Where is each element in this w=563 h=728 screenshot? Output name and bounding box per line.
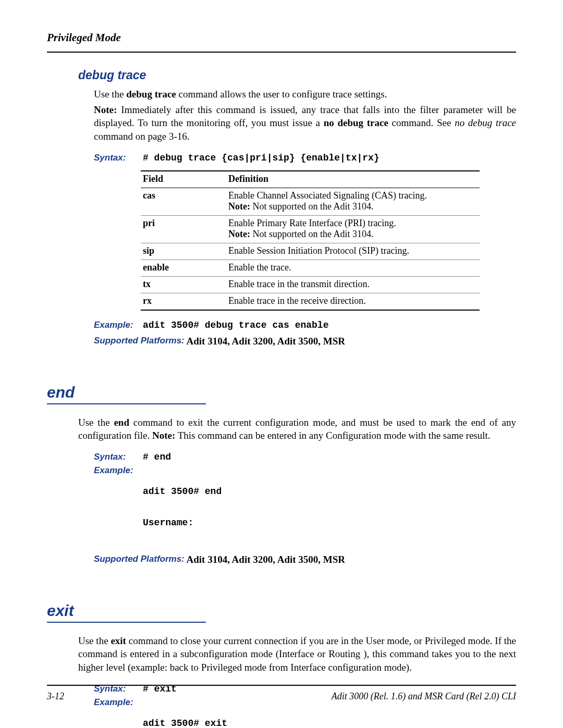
note-text: Not supported on the Adit 3104. — [250, 229, 374, 239]
syntax-row: Syntax: # debug trace {cas|pri|sip} {ena… — [78, 153, 516, 163]
command-name: debug trace — [126, 89, 176, 100]
debug-trace-line1: Use the debug trace command allows the u… — [94, 88, 516, 101]
text: command. See — [388, 117, 455, 128]
footer-row: 3-12 Adit 3000 (Rel. 1.6) and MSR Card (… — [47, 691, 516, 702]
top-rule — [47, 52, 516, 53]
syntax-code: # debug trace {cas|pri|sip} {enable|tx|r… — [143, 153, 380, 163]
platforms-list: Adit 3104, Adit 3200, Adit 3500, MSR — [185, 554, 345, 565]
note-label: Note: — [152, 430, 175, 441]
table-row: sip Enable Session Initiation Protocol (… — [141, 243, 480, 260]
text: Use the — [78, 635, 111, 646]
table-row: cas Enable Channel Associated Signaling … — [141, 188, 480, 215]
field-def: Enable the trace. — [226, 260, 480, 276]
example-line1: adit 3500# end — [143, 486, 222, 497]
syntax-label: Syntax: — [94, 153, 141, 163]
example-label: Example: — [94, 320, 141, 330]
section-end: end Use the end command to exit the curr… — [78, 384, 516, 565]
example-line1: adit 3500# exit — [143, 718, 227, 728]
section-exit: exit Use the exit command to close your … — [78, 602, 516, 728]
bottom-rule — [47, 685, 516, 686]
command-name: end — [114, 417, 129, 428]
table-row: enable Enable the trace. — [141, 260, 480, 276]
end-para: Use the end command to exit the current … — [78, 416, 516, 442]
field-def: Enable Session Initiation Protocol (SIP)… — [226, 243, 480, 260]
field-name: enable — [141, 260, 226, 276]
example-label: Example: — [94, 465, 141, 476]
running-head: Privileged Mode — [47, 31, 516, 44]
supported-platforms: Supported Platforms: Adit 3104, Adit 320… — [78, 554, 516, 565]
example-line2: Username: — [143, 517, 222, 528]
def-text: Enable Channel Associated Signaling (CAS… — [228, 190, 427, 201]
field-def: Enable trace in the transmit direction. — [226, 276, 480, 293]
command-name: no debug trace — [324, 117, 388, 128]
example-row: Example: adit 3500# end Username: — [78, 465, 516, 549]
field-def: Enable Channel Associated Signaling (CAS… — [226, 188, 480, 215]
heading-debug-trace: debug trace — [78, 68, 516, 82]
table-row: pri Enable Primary Rate Interface (PRI) … — [141, 215, 480, 243]
platforms-label: Supported Platforms: — [94, 554, 185, 564]
table-header-row: Field Definition — [141, 171, 480, 188]
note-label: Note: — [228, 229, 250, 239]
example-code: adit 3500# end Username: — [143, 465, 222, 549]
end-description: Use the end command to exit the current … — [78, 416, 516, 442]
text: command allows the user to configure tra… — [176, 89, 387, 100]
syntax-code: # end — [143, 452, 171, 462]
platforms-list: Adit 3104, Adit 3200, Adit 3500, MSR — [185, 336, 345, 347]
def-text: Enable Primary Rate Interface (PRI) trac… — [228, 218, 396, 228]
field-name: cas — [141, 188, 226, 215]
heading-exit: exit — [47, 602, 516, 620]
table-row: tx Enable trace in the transmit directio… — [141, 276, 480, 293]
example-code: adit 3500# debug trace cas enable — [143, 320, 328, 330]
section-debug-trace: debug trace Use the debug trace command … — [78, 68, 516, 347]
field-name: rx — [141, 293, 226, 310]
text: Use the — [94, 89, 126, 100]
page-number: 3-12 — [47, 691, 64, 702]
cross-ref: no debug trace — [455, 117, 516, 128]
doc-title: Adit 3000 (Rel. 1.6) and MSR Card (Rel 2… — [332, 691, 516, 702]
debug-trace-description: Use the debug trace command allows the u… — [78, 88, 516, 143]
col-definition: Definition — [226, 171, 480, 188]
footer: 3-12 Adit 3000 (Rel. 1.6) and MSR Card (… — [47, 685, 516, 702]
text: command on page 3-16. — [94, 131, 190, 142]
field-def: Enable Primary Rate Interface (PRI) trac… — [226, 215, 480, 243]
syntax-row: Syntax: # end — [78, 452, 516, 462]
command-name: exit — [111, 635, 126, 646]
fields-table: Field Definition cas Enable Channel Asso… — [141, 170, 480, 311]
supported-platforms: Supported Platforms: Adit 3104, Adit 320… — [78, 336, 516, 347]
example-row: Example: adit 3500# debug trace cas enab… — [78, 320, 516, 330]
heading-end: end — [47, 384, 516, 401]
field-name: sip — [141, 243, 226, 260]
field-name: tx — [141, 276, 226, 293]
content-area: debug trace Use the debug trace command … — [47, 68, 516, 728]
heading-end-wrap: end — [47, 384, 516, 404]
heading-rule — [47, 622, 206, 623]
field-def: Enable trace in the receive direction. — [226, 293, 480, 310]
heading-exit-wrap: exit — [47, 602, 516, 623]
note-text: Not supported on the Adit 3104. — [250, 201, 374, 212]
field-name: pri — [141, 215, 226, 243]
text: Use the — [78, 417, 114, 428]
text: command to close your current connection… — [78, 635, 516, 673]
platforms-label: Supported Platforms: — [94, 336, 185, 346]
debug-trace-note: Note: Immediately after this command is … — [94, 103, 516, 143]
exit-description: Use the exit command to close your curre… — [78, 634, 516, 674]
syntax-label: Syntax: — [94, 452, 141, 462]
text: This command can be entered in any Confi… — [175, 430, 490, 441]
exit-para: Use the exit command to close your curre… — [78, 634, 516, 674]
table-row: rx Enable trace in the receive direction… — [141, 293, 480, 310]
note-label: Note: — [94, 104, 117, 115]
note-label: Note: — [228, 201, 250, 212]
col-field: Field — [141, 171, 226, 188]
heading-rule — [47, 403, 206, 404]
page: Privileged Mode debug trace Use the debu… — [0, 0, 563, 728]
